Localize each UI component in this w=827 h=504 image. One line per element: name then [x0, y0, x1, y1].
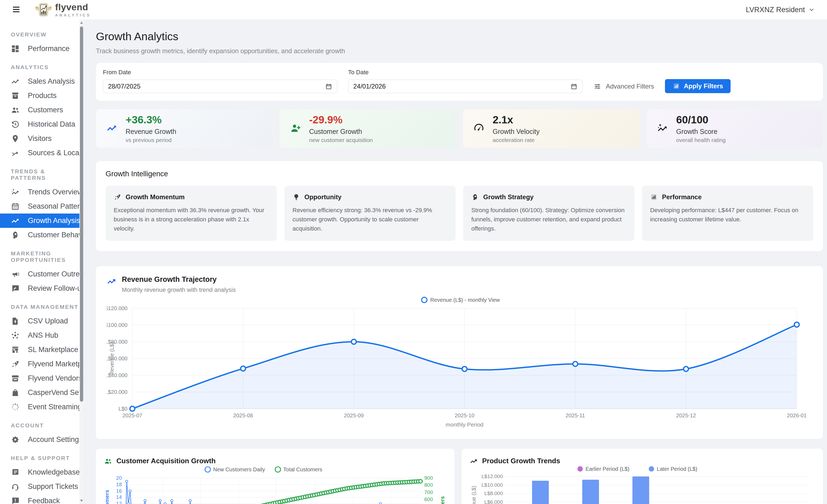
- legend-item[interactable]: Earlier Period (L$): [577, 466, 629, 472]
- kpi-label: Growth Score: [676, 128, 726, 136]
- rocket-icon: [114, 193, 121, 201]
- svg-text:2025-10: 2025-10: [454, 412, 474, 418]
- sidebar-item-label: Seasonal Patterns: [28, 202, 80, 211]
- sidebar-item-label: Review Follow-up: [28, 284, 80, 293]
- sidebar-item-sl-marketplace[interactable]: SL Marketplace: [0, 343, 80, 357]
- top-header: flyvend ANALYTICS LVRXNZ Resident: [0, 0, 827, 19]
- apply-filters-button[interactable]: Apply Filters: [665, 79, 731, 93]
- sidebar-item-label: Sources & Locations: [28, 149, 80, 157]
- svg-text:600: 600: [424, 497, 433, 502]
- sidebar-item-flyvend-marketplace[interactable]: Flyvend Marketplace: [0, 357, 80, 371]
- sidebar-item-label: Knowledgebase: [28, 468, 80, 476]
- sidebar-item-label: ANS Hub: [28, 331, 58, 340]
- legend-item[interactable]: Revenue (L$) - monthly View: [422, 297, 500, 303]
- brand-subtitle: ANALYTICS: [55, 13, 91, 17]
- people-icon: [11, 106, 20, 114]
- sidebar-item-flyvend-vendors-settings[interactable]: Flyvend Vendors Settings: [0, 371, 80, 386]
- sidebar: OVERVIEWPerformanceANALYTICSSales Analys…: [0, 19, 84, 504]
- svg-text:2026-01: 2026-01: [787, 412, 807, 418]
- to-date-input[interactable]: 24/01/2026: [348, 80, 583, 93]
- legend-item[interactable]: Later Period (L$): [649, 466, 697, 472]
- scrollbar-thumb[interactable]: [80, 27, 83, 402]
- sidebar-item-customers[interactable]: Customers: [0, 103, 80, 117]
- intelligence-card-title: Performance: [662, 193, 702, 201]
- kpi-value: -29.9%: [309, 114, 373, 126]
- svg-text:18: 18: [116, 482, 122, 487]
- calendar-icon: [11, 202, 20, 211]
- svg-text:New Customers Daily: New Customers Daily: [213, 466, 265, 472]
- kpi-label: Revenue Growth: [126, 128, 176, 136]
- chart-icon: [650, 193, 658, 201]
- svg-text:New Customers: New Customers: [104, 490, 110, 504]
- sidebar-item-trends-overview[interactable]: Trends Overview: [0, 185, 80, 199]
- legend-item[interactable]: New Customers Daily: [205, 466, 265, 472]
- sidebar-section-account: ACCOUNT: [0, 414, 80, 433]
- svg-text:20: 20: [116, 475, 122, 481]
- intelligence-card-growth-strategy: Growth Strategy Strong foundation (60/10…: [463, 186, 634, 241]
- calendar-icon[interactable]: [571, 83, 577, 90]
- kpi-label: Growth Velocity: [493, 128, 540, 136]
- sidebar-item-knowledgebase[interactable]: Knowledgebase: [0, 465, 80, 480]
- sidebar-item-label: Support Tickets: [28, 483, 78, 491]
- menu-button[interactable]: [11, 4, 21, 15]
- flyvend-logo-icon: [35, 2, 52, 18]
- from-date-value: 28/07/2025: [108, 83, 140, 90]
- sidebar-item-label: CasperVend Settings: [28, 389, 80, 397]
- sidebar-item-performance[interactable]: Performance: [0, 42, 80, 56]
- sidebar-item-visitors[interactable]: Visitors: [0, 132, 80, 146]
- legend-item[interactable]: Total Customers: [275, 466, 323, 472]
- legend: New Customers DailyTotal Customers: [205, 466, 322, 472]
- speedometer-icon: [473, 122, 485, 135]
- kpi-value: +36.3%: [126, 114, 176, 126]
- kpi-value: 2.1x: [493, 114, 540, 126]
- sidebar-item-review-follow-up[interactable]: Review Follow-up: [0, 281, 80, 296]
- sidebar-item-historical-data[interactable]: Historical Data: [0, 117, 80, 132]
- sidebar-item-seasonal-patterns[interactable]: Seasonal Patterns: [0, 199, 80, 213]
- sidebar-item-account-settings[interactable]: Account Settings: [0, 433, 80, 447]
- sidebar-item-sales-analysis[interactable]: Sales Analysis: [0, 74, 80, 89]
- product-chart-svg: L$0L$2.000L$4.000L$6.000L$8.000L$10.000L…: [470, 465, 815, 504]
- trending-up-icon: [106, 122, 117, 134]
- sidebar-section-help-support: HELP & SUPPORT: [0, 447, 80, 465]
- sidebar-item-growth-analysis[interactable]: Growth Analysis: [0, 213, 80, 228]
- sidebar-item-feedback[interactable]: Feedback: [0, 494, 80, 504]
- svg-text:2025-09: 2025-09: [344, 412, 363, 418]
- bottom-row: Customer Acquisition Growth 024681012141…: [96, 449, 823, 504]
- sidebar-item-label: Account Settings: [28, 436, 80, 444]
- svg-text:L$12.000: L$12.000: [482, 473, 503, 479]
- user-name: LVRXNZ Resident: [746, 6, 805, 14]
- sidebar-item-ans-hub[interactable]: ANS Hub: [0, 328, 80, 343]
- calendar-icon[interactable]: [325, 83, 332, 90]
- sidebar-item-support-tickets[interactable]: Support Tickets: [0, 480, 80, 494]
- sidebar-item-customer-outreach[interactable]: Customer Outreach: [0, 267, 80, 281]
- kpi-card-growth-velocity: 2.1x Growth Velocity acceleration rate: [463, 109, 640, 148]
- svg-text:L$6.000: L$6.000: [484, 499, 503, 504]
- revenue-chart: L$0L$20.000L$40.000L$60.000L$80.000L$100…: [107, 293, 812, 431]
- intelligence-card-performance: Performance Developing performance: L$44…: [642, 186, 813, 241]
- kpi-card-customer-growth: -29.9% Customer Growth new customer acqu…: [280, 109, 456, 148]
- sidebar-scrollbar[interactable]: [80, 19, 84, 504]
- sidebar-item-label: Products: [28, 92, 57, 100]
- file-upload-icon: [11, 317, 20, 325]
- sidebar-item-sources-locations[interactable]: Sources & Locations: [0, 146, 80, 160]
- bag-icon: [11, 388, 20, 397]
- scroll-up-icon[interactable]: [80, 21, 83, 24]
- from-date-label: From Date: [103, 69, 337, 76]
- sidebar-item-caspervend-settings[interactable]: CasperVend Settings: [0, 386, 80, 400]
- scroll-down-icon[interactable]: [80, 500, 83, 502]
- growth-intelligence-card: Growth Intelligence Growth Momentum Exce…: [96, 161, 823, 251]
- advanced-filters-button[interactable]: Advanced Filters: [593, 80, 654, 93]
- sidebar-item-label: Performance: [28, 45, 70, 53]
- campaign-icon: [11, 270, 20, 279]
- sidebar-item-products[interactable]: Products: [0, 89, 80, 103]
- growth-intelligence-title: Growth Intelligence: [106, 170, 813, 178]
- place-icon: [11, 134, 20, 143]
- sidebar-item-csv-upload[interactable]: CSV Upload: [0, 314, 80, 328]
- kpi-card-growth-score: 60/100 Growth Score overall health ratin…: [646, 109, 823, 148]
- user-menu[interactable]: LVRXNZ Resident: [746, 6, 815, 14]
- sidebar-item-customer-behavior[interactable]: Customer Behavior: [0, 228, 80, 242]
- sidebar-item-event-streaming[interactable]: Event Streaming: [0, 400, 80, 414]
- from-date-input[interactable]: 28/07/2025: [103, 80, 337, 93]
- spinner-icon: [11, 403, 20, 411]
- svg-text:700: 700: [424, 490, 433, 495]
